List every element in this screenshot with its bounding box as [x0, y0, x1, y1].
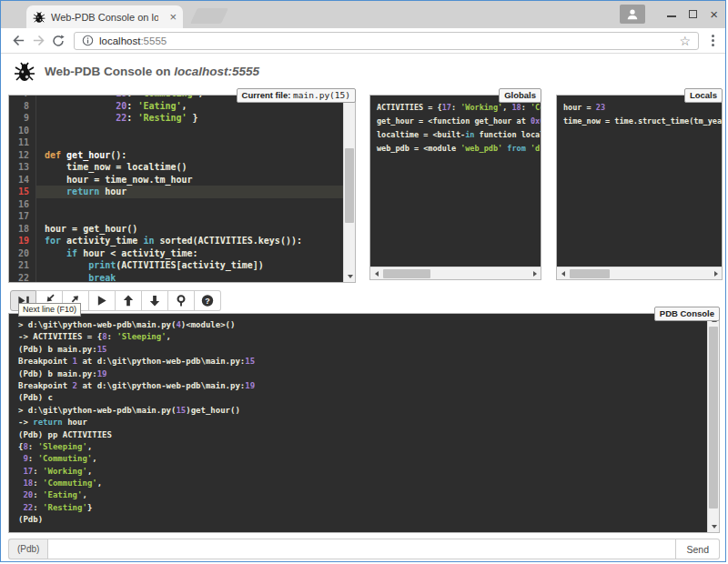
- tab-title: Web-PDB Console on lo: [51, 12, 158, 23]
- browser-window: Web-PDB Console on lo × ×: [0, 0, 726, 562]
- code-scroll-down-arrow[interactable]: [344, 270, 356, 282]
- code-line: 16: [9, 198, 343, 211]
- locals-hscroll-thumb[interactable]: [570, 269, 610, 278]
- console-line: Breakpoint 1 at d:\git\python-web-pdb\ma…: [18, 356, 707, 368]
- maximize-button[interactable]: [689, 8, 697, 20]
- line-number: 15: [9, 186, 36, 198]
- bookmark-star-icon[interactable]: ☆: [679, 35, 691, 47]
- locals-scroll-left-arrow[interactable]: [557, 267, 569, 279]
- where-pin-icon: [174, 294, 188, 307]
- line-number: 8: [9, 100, 36, 113]
- code-line: 11: [9, 136, 343, 149]
- console-line: get_hour = <function get_hour at 0x00000…: [377, 115, 541, 128]
- up-button[interactable]: [116, 290, 142, 311]
- line-number: 22: [9, 272, 36, 283]
- continue-button[interactable]: [89, 290, 116, 311]
- browser-toolbar: localhost:5555 ☆: [1, 28, 725, 54]
- console-line: 9: 'Commuting',: [18, 453, 707, 465]
- console-line: > d:\git\python-web-pdb\main.py(15)get_h…: [18, 405, 707, 417]
- app-header: Web-PDB Console on localhost:5555: [1, 55, 725, 89]
- pdb-prompt-label: (Pdb): [8, 539, 47, 559]
- page-title: Web-PDB Console on localhost:5555: [45, 65, 259, 78]
- line-number: 21: [9, 259, 36, 272]
- bug-logo-icon: [14, 61, 35, 83]
- refresh-icon: [51, 34, 66, 48]
- where-button[interactable]: [168, 290, 195, 311]
- code-line: 22 break: [9, 272, 343, 283]
- refresh-button[interactable]: [48, 31, 68, 51]
- url-text: localhost:5555: [99, 35, 167, 46]
- globals-content: ACTIVITIES = {17: 'Working', 18: 'Commut…: [370, 96, 541, 267]
- console-line: (Pdb) b main.py:15: [18, 344, 707, 356]
- code-line: 15 return hour: [9, 186, 343, 198]
- line-number: 16: [9, 198, 36, 211]
- globals-scroll-left-arrow[interactable]: [370, 267, 382, 279]
- line-number: 19: [9, 235, 36, 247]
- pdb-console-panel: PDB Console > d:\git\python-web-pdb\main…: [8, 313, 720, 533]
- profile-button[interactable]: [620, 5, 645, 24]
- minimize-button[interactable]: [667, 8, 676, 20]
- back-button[interactable]: [8, 31, 28, 51]
- code-line: 19for activity_time in sorted(ACTIVITIES…: [9, 235, 343, 247]
- console-line: (Pdb) b main.py:19: [18, 368, 707, 380]
- code-line: 14 hour = time_now.tm_hour: [9, 174, 343, 186]
- code-line: 21 print(ACTIVITIES[activity_time]): [9, 259, 343, 272]
- line-number: 11: [9, 136, 36, 149]
- tab-close-icon[interactable]: ×: [169, 11, 177, 23]
- info-icon: [82, 35, 94, 46]
- window-controls: ×: [620, 5, 718, 24]
- line-number: 13: [9, 161, 36, 174]
- code-scrollbar[interactable]: [343, 96, 355, 282]
- code-line: 9 22: 'Resting' }: [9, 112, 343, 125]
- console-line: 20: 'Eating',: [18, 489, 707, 501]
- line-number: 17: [9, 210, 36, 223]
- console-line: (Pdb) pp ACTIVITIES: [18, 429, 707, 441]
- send-button[interactable]: Send: [676, 539, 720, 559]
- console-line: localtime = <built-in function localtime…: [377, 128, 541, 142]
- locals-hscrollbar[interactable]: [557, 267, 722, 279]
- console-line: web_pdb = <module 'web_pdb' from 'd:\git…: [377, 142, 541, 156]
- tooltip: Next line (F10): [18, 303, 81, 317]
- code-line: 20 if hour < activity_time:: [9, 247, 343, 260]
- console-line: -> ACTIVITIES = {8: 'Sleeping',: [18, 331, 707, 343]
- console-line: 18: 'Commuting',: [18, 478, 707, 489]
- new-tab-button[interactable]: [190, 8, 228, 24]
- console-scrollbar[interactable]: [707, 314, 719, 532]
- browser-tab[interactable]: Web-PDB Console on lo ×: [26, 5, 183, 28]
- console-line: (Pdb): [18, 514, 707, 526]
- globals-hscroll-thumb[interactable]: [383, 269, 430, 278]
- bug-favicon-icon: [33, 11, 46, 24]
- globals-scroll-right-arrow[interactable]: [529, 267, 541, 279]
- line-number: 9: [9, 112, 36, 125]
- code-scrollbar-thumb[interactable]: [345, 148, 354, 223]
- console-line: Breakpoint 2 at d:\git\python-web-pdb\ma…: [18, 380, 707, 392]
- code-editor[interactable]: 7 18: 'Commuting',8 20: 'Eating',9 22: '…: [9, 96, 343, 282]
- globals-hscrollbar[interactable]: [370, 267, 541, 279]
- browser-menu-button[interactable]: [708, 33, 718, 48]
- continue-icon: [95, 294, 109, 307]
- forward-button[interactable]: [28, 31, 48, 51]
- console-line: (Pdb) c: [18, 392, 707, 404]
- code-line: 17: [9, 210, 343, 223]
- address-bar[interactable]: localhost:5555 ☆: [74, 32, 699, 50]
- help-button[interactable]: ?: [195, 290, 221, 311]
- console-scrollbar-thumb[interactable]: [709, 327, 718, 509]
- console-line: time_now = time.struct_time(tm_year=2017…: [563, 115, 722, 128]
- down-button[interactable]: [142, 290, 168, 311]
- command-input-group: (Pdb) Send: [8, 539, 720, 559]
- line-number: 20: [9, 247, 36, 260]
- console-line: hour = 23: [563, 101, 722, 115]
- pdb-command-input[interactable]: [47, 539, 676, 559]
- close-button[interactable]: ×: [710, 8, 718, 20]
- locals-panel: Locals hour = 23time_now = time.struct_t…: [556, 95, 723, 280]
- help-icon: ?: [200, 294, 215, 307]
- console-line: -> return hour: [18, 417, 707, 428]
- line-number: 14: [9, 174, 36, 186]
- locals-scroll-right-arrow[interactable]: [710, 267, 722, 279]
- console-scroll-down-arrow[interactable]: [708, 520, 720, 532]
- console-line: 22: 'Resting'}: [18, 502, 707, 514]
- console-line: > d:\git\python-web-pdb\main.py(4)<modul…: [18, 319, 707, 331]
- current-file-badge: Current file: main.py(15): [237, 88, 356, 103]
- down-icon: [147, 294, 162, 307]
- console-line: 17: 'Working',: [18, 466, 707, 478]
